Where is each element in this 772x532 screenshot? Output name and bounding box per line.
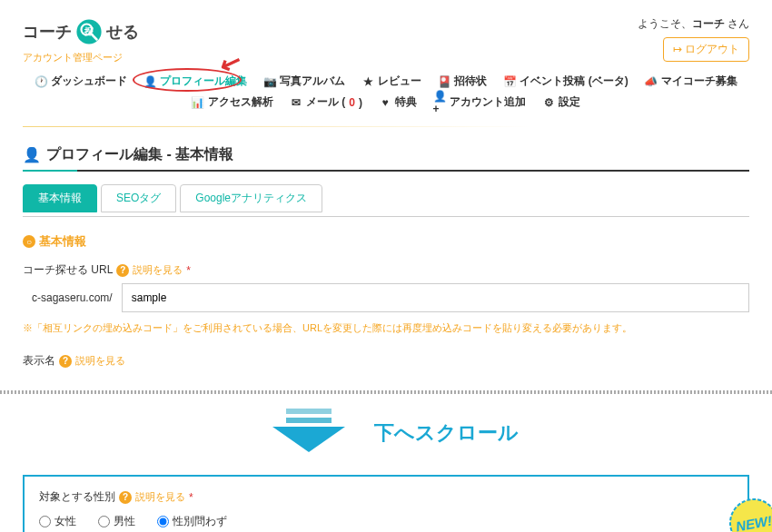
help-link-display-name[interactable]: 説明を見る: [75, 354, 125, 368]
nav-dashboard[interactable]: 🕐ダッシュボード: [35, 74, 127, 89]
tab-underline: [23, 216, 749, 217]
help-icon[interactable]: ?: [119, 491, 132, 504]
logout-button[interactable]: ↦ ログアウト: [663, 37, 749, 62]
url-field-label: コーチ探せる URL ? 説明を見る *: [23, 262, 749, 278]
gender-label: 対象とする性別: [39, 489, 115, 505]
url-prefix: c-sagaseru.com/: [23, 284, 122, 311]
nav-benefit[interactable]: ♥特典: [379, 94, 417, 110]
help-link-gender[interactable]: 説明を見る: [135, 490, 185, 504]
user-plus-icon: 👤+: [433, 96, 446, 109]
logo-text-left: コーチ: [23, 21, 72, 43]
calendar-icon: 📅: [503, 75, 516, 88]
info-icon: ○: [23, 235, 35, 248]
page-title: 👤 プロフィール編集 - 基本情報: [23, 145, 749, 172]
card-icon: 🎴: [438, 75, 450, 88]
mail-icon: ✉: [290, 96, 302, 109]
svg-text:探: 探: [84, 26, 94, 36]
radio-any[interactable]: 性別問わず: [157, 514, 227, 529]
logo-area: コーチ 探 せる アカウント管理ページ: [23, 16, 139, 64]
radio-female[interactable]: 女性: [39, 514, 76, 529]
heart-icon: ♥: [379, 96, 391, 109]
arrow-down-icon: [254, 409, 363, 457]
scroll-indicator: 下へスクロール: [0, 409, 772, 457]
url-note: ※「相互リンクの埋め込みコード」をご利用されている場合、URLを変更した際には再…: [23, 321, 749, 335]
logo-text-right: せる: [106, 21, 139, 43]
new-badge-icon: NEW!: [728, 498, 772, 532]
tab-google-analytics[interactable]: Googleアナリティクス: [180, 184, 322, 212]
tab-basic[interactable]: 基本情報: [23, 184, 97, 212]
display-name-label: 表示名 ? 説明を見る: [23, 353, 749, 369]
help-icon[interactable]: ?: [59, 355, 72, 368]
nav-mail[interactable]: ✉メール (0): [290, 94, 362, 110]
nav-add-account[interactable]: 👤+アカウント追加: [433, 94, 526, 110]
scroll-text: 下へスクロール: [374, 419, 519, 447]
required-mark: *: [189, 491, 193, 504]
help-icon[interactable]: ?: [116, 264, 129, 277]
nav-event-post[interactable]: 📅イベント投稿 (ベータ): [503, 74, 628, 89]
header-divider: [23, 126, 749, 127]
svg-marker-6: [272, 427, 345, 452]
nav-review[interactable]: ★レビュー: [361, 74, 421, 89]
chart-icon: 📊: [192, 96, 204, 109]
main-nav: 🕐ダッシュボード ↙ 👤プロフィール編集 📷写真アルバム ★レビュー 🎴招待状 …: [23, 64, 749, 119]
nav-photo-album[interactable]: 📷写真アルバム: [263, 74, 345, 89]
help-link-url[interactable]: 説明を見る: [133, 263, 183, 277]
nav-invitation[interactable]: 🎴招待状: [438, 74, 487, 89]
svg-rect-4: [286, 409, 332, 414]
welcome-text: ようこそ、コーチ さん: [638, 17, 749, 30]
nav-access[interactable]: 📊アクセス解析: [192, 94, 273, 110]
tab-bar: 基本情報 SEOタグ Googleアナリティクス: [23, 184, 749, 212]
nav-my-coach[interactable]: 📣マイコーチ募集: [645, 74, 737, 89]
dashboard-icon: 🕐: [35, 75, 47, 88]
nav-settings[interactable]: ⚙設定: [542, 94, 580, 110]
logo-search-icon: 探: [74, 16, 104, 47]
logo-subtitle: アカウント管理ページ: [23, 51, 139, 64]
section-basic-heading: ○ 基本情報: [23, 233, 749, 250]
tab-seo[interactable]: SEOタグ: [101, 184, 176, 212]
user-edit-icon: 👤: [144, 75, 156, 88]
required-mark: *: [186, 264, 191, 277]
user-edit-icon: 👤: [23, 146, 41, 163]
radio-male[interactable]: 男性: [98, 514, 135, 529]
url-input[interactable]: [122, 283, 749, 312]
star-icon: ★: [361, 75, 374, 88]
svg-rect-5: [286, 418, 332, 423]
nav-profile-edit[interactable]: ↙ 👤プロフィール編集: [144, 74, 247, 89]
gender-target-box: 対象とする性別 ? 説明を見る * 女性 男性 性別問わず: [23, 475, 749, 532]
camera-icon: 📷: [263, 75, 276, 88]
gear-icon: ⚙: [542, 96, 555, 109]
megaphone-icon: 📣: [645, 75, 658, 88]
